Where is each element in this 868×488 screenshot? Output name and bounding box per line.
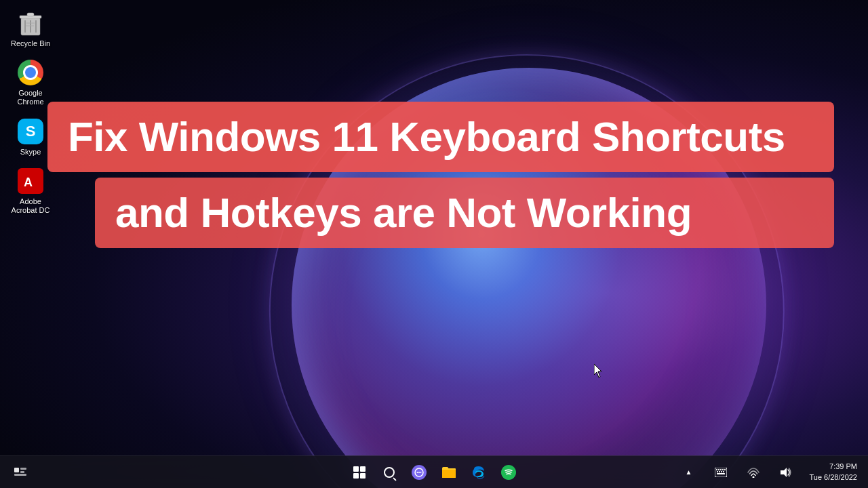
windows-logo [353, 466, 366, 479]
svg-rect-25 [719, 471, 720, 472]
start-button[interactable] [346, 459, 373, 486]
keyboard-icon [715, 468, 727, 477]
chrome-label: Google Chrome [9, 89, 52, 106]
recycle-bin-icon[interactable]: Recycle Bin [7, 7, 54, 51]
win-square-2 [360, 466, 366, 472]
svg-rect-26 [721, 471, 722, 472]
show-hidden-icons-button[interactable]: ▲ [675, 459, 702, 486]
chat-button[interactable] [406, 459, 433, 486]
time-display: 7:39 PM [809, 462, 857, 472]
svg-rect-21 [720, 469, 722, 470]
adobe-label: Adobe Acrobat DC [9, 197, 52, 215]
skype-label: Skype [20, 148, 41, 157]
skype-img: S [17, 118, 44, 145]
chat-svg [414, 468, 424, 477]
recycle-bin-img [17, 9, 44, 37]
edge-button[interactable] [465, 459, 492, 486]
svg-point-15 [417, 472, 418, 473]
taskbar-right: ▲ [675, 459, 861, 486]
banner-line1: Fix Windows 11 Keyboard Shortcuts [47, 102, 834, 172]
title-banners-area: Fix Windows 11 Keyboard Shortcuts and Ho… [47, 102, 834, 248]
banner-text-2: and Hotkeys are Not Working [115, 189, 692, 236]
network-tray-button[interactable] [740, 459, 767, 486]
adobe-bg: A [18, 168, 43, 194]
svg-rect-5 [27, 13, 34, 16]
spotify-svg [504, 468, 513, 477]
svg-text:A: A [24, 176, 33, 189]
svg-rect-27 [723, 471, 724, 472]
svg-marker-30 [781, 468, 787, 477]
svg-point-16 [418, 472, 420, 473]
chevron-up-icon: ▲ [686, 468, 692, 476]
taskbar-center [346, 459, 522, 486]
folder-icon [441, 466, 456, 479]
chrome-img [17, 59, 44, 86]
svg-rect-11 [20, 468, 26, 470]
file-explorer-button[interactable] [435, 459, 462, 486]
banner-text-1: Fix Windows 11 Keyboard Shortcuts [68, 113, 785, 160]
adobe-svg: A [21, 171, 40, 190]
desktop: Recycle Bin Google Chrome S Skype A [0, 0, 868, 488]
spotify-button[interactable] [495, 459, 522, 486]
date-display: Tue 6/28/2022 [809, 472, 857, 483]
banner-line2: and Hotkeys are Not Working [95, 178, 834, 248]
keyboard-tray-icon[interactable] [707, 459, 734, 486]
win-square-4 [360, 473, 366, 479]
win-square-1 [353, 466, 359, 472]
taskbar-left [7, 459, 88, 486]
chrome-circle [18, 60, 43, 85]
svg-rect-10 [14, 468, 19, 472]
taskbar-left-icon [14, 468, 26, 477]
chat-icon [412, 465, 427, 480]
search-button[interactable] [376, 459, 403, 486]
network-icon [747, 467, 760, 478]
svg-rect-28 [717, 473, 725, 474]
search-icon [384, 467, 395, 478]
recycle-bin-svg [18, 9, 43, 37]
datetime-display[interactable]: 7:39 PM Tue 6/28/2022 [805, 460, 861, 484]
win-square-3 [353, 473, 359, 479]
svg-rect-19 [716, 469, 717, 470]
speaker-tray-button[interactable] [772, 459, 800, 486]
skype-bg: S [18, 119, 43, 144]
svg-rect-24 [717, 471, 718, 472]
spotify-icon [501, 465, 516, 480]
taskbar: ▲ [0, 455, 868, 488]
svg-rect-20 [718, 469, 719, 470]
svg-rect-22 [722, 469, 724, 470]
speaker-icon [780, 467, 792, 478]
svg-point-17 [420, 472, 422, 473]
svg-rect-13 [14, 474, 26, 476]
svg-rect-12 [20, 471, 24, 473]
svg-point-29 [753, 476, 755, 478]
svg-rect-23 [724, 469, 726, 470]
recycle-bin-label: Recycle Bin [11, 39, 50, 48]
edge-icon [471, 465, 486, 480]
taskbar-notification-area[interactable] [7, 459, 34, 486]
adobe-img: A [17, 167, 44, 195]
